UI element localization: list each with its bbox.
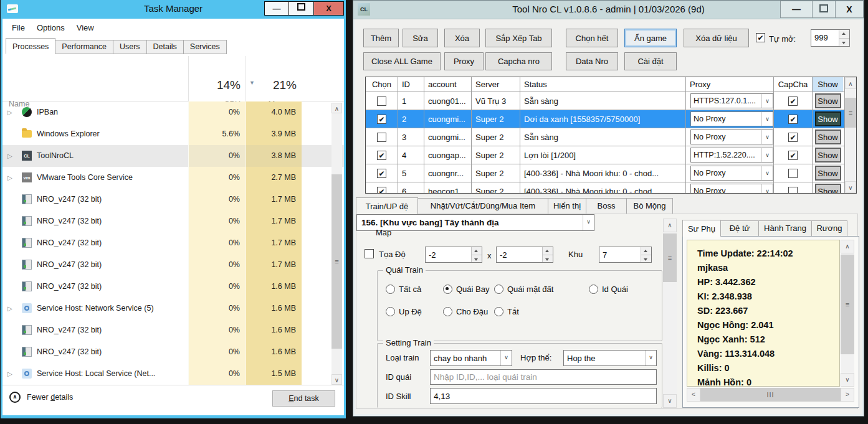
spinner-up-icon[interactable] xyxy=(839,30,849,39)
proxy-combobox[interactable]: No Proxy∨ xyxy=(690,111,773,126)
row-checkbox[interactable]: ✔ xyxy=(377,115,386,124)
close-button[interactable]: X xyxy=(313,1,344,16)
khu-value[interactable]: 7 xyxy=(599,247,641,262)
cpu-total-percent[interactable]: 14% xyxy=(188,78,241,92)
process-row[interactable]: NRO_v247 (32 bit)0%1.6 MB xyxy=(2,341,344,363)
menu-item-view[interactable]: View xyxy=(77,23,94,32)
minimize-button[interactable]: — xyxy=(264,1,289,16)
radio-id-quai[interactable]: Id Quái xyxy=(589,285,628,294)
table-row[interactable]: 1cuong01...Vũ Trụ 3Sẵn sàngHTTPS:127.0.1… xyxy=(366,92,856,110)
tool-titlebar[interactable]: CL Tool Nro CL v1.0.8.6 - admin | 01/03/… xyxy=(353,1,864,19)
radio-quai-mat-at[interactable]: Quái mặt đất xyxy=(494,285,553,294)
process-row[interactable]: NRO_v247 (32 bit)0%1.7 MB xyxy=(2,232,344,254)
minimize-button[interactable]: — xyxy=(780,1,813,18)
auto-open-value[interactable]: 999 xyxy=(811,30,839,46)
button-xoa[interactable]: Xóa xyxy=(444,29,480,47)
spinner-down-icon[interactable] xyxy=(472,255,482,263)
radio-icon[interactable] xyxy=(589,285,598,294)
tab-hanh-trang[interactable]: Hành Trang xyxy=(758,220,812,237)
table-row[interactable]: 3cuongmi...Super 2Sẵn sàngNo Proxy∨✔Show xyxy=(366,128,856,146)
scrollbar-thumb[interactable]: ≡ xyxy=(841,255,854,354)
show-button[interactable]: Show xyxy=(815,130,841,144)
capcha-checkbox[interactable]: ✔ xyxy=(788,115,798,124)
scroll-down-icon[interactable]: ∨ xyxy=(331,374,342,385)
show-button[interactable]: Show xyxy=(815,184,841,194)
tab-users[interactable]: Users xyxy=(113,40,147,54)
capcha-checkbox[interactable]: ✔ xyxy=(788,133,798,142)
tab-performance[interactable]: Performance xyxy=(55,40,113,54)
row-checkbox[interactable]: ✔ xyxy=(377,169,386,178)
stats-horizontal-scrollbar[interactable]: < III > xyxy=(687,388,854,402)
chevron-down-icon[interactable]: ∨ xyxy=(761,184,773,194)
process-row[interactable]: ▷IPBan0%4.0 MB xyxy=(2,101,344,123)
chevron-down-icon[interactable]: ∨ xyxy=(500,351,512,365)
column-header-capcha[interactable]: CapCha xyxy=(774,77,813,92)
process-row[interactable]: ▷CLToolNroCL0%3.8 MB xyxy=(2,145,344,167)
row-checkbox[interactable] xyxy=(377,97,386,106)
coord-x-spinner[interactable]: -2 xyxy=(425,247,482,263)
capcha-checkbox[interactable] xyxy=(788,187,798,194)
spinner-down-icon[interactable] xyxy=(641,255,651,263)
button-proxy[interactable]: Proxy xyxy=(444,52,484,70)
khu-spinner[interactable]: 7 xyxy=(599,247,652,263)
process-row[interactable]: ▷vmVMware Tools Core Service0%2.7 MB xyxy=(2,167,344,189)
scrollbar-thumb[interactable]: ≡ xyxy=(331,174,342,349)
show-button[interactable]: Show xyxy=(815,166,841,181)
scroll-left-icon[interactable]: < xyxy=(687,388,700,402)
tab-ruong[interactable]: Rương xyxy=(811,220,847,237)
scroll-up-icon[interactable]: ∧ xyxy=(663,219,677,232)
show-button[interactable]: Show xyxy=(815,111,841,126)
auto-open-checkbox[interactable]: ✔ xyxy=(756,33,765,42)
button-cai-at[interactable]: Cài đặt xyxy=(624,52,677,70)
column-header-server[interactable]: Server xyxy=(472,77,520,92)
tab-details[interactable]: Details xyxy=(146,40,184,54)
radio-quai-bay[interactable]: Quái Bay xyxy=(443,285,489,294)
tab-e-tu[interactable]: Đệ tử xyxy=(720,220,759,237)
toado-checkbox[interactable] xyxy=(365,249,374,258)
auto-open-spinner[interactable]: 999 xyxy=(811,29,850,47)
column-header-id[interactable]: ID xyxy=(398,77,424,92)
radio-icon[interactable] xyxy=(443,307,452,316)
menu-item-file[interactable]: File xyxy=(12,23,25,32)
scrollbar-thumb[interactable]: ≡ xyxy=(845,98,856,128)
accounts-table-scrollbar[interactable]: ∧ ≡ ∨ xyxy=(844,77,856,193)
spinner-down-icon[interactable] xyxy=(839,39,849,47)
id-skill-input[interactable] xyxy=(430,388,657,404)
process-row[interactable]: NRO_v247 (32 bit)0%1.6 MB xyxy=(2,276,344,298)
button-close-all-game[interactable]: Close ALL Game xyxy=(363,52,441,70)
menu-item-options[interactable]: Options xyxy=(37,23,65,32)
proxy-combobox[interactable]: No Proxy∨ xyxy=(690,184,773,194)
table-row[interactable]: ✔6heocon1Super 2[400-336] - Nhà Moori kh… xyxy=(366,182,856,194)
process-row[interactable]: NRO_v247 (32 bit)0%1.7 MB xyxy=(2,254,344,276)
train-panel-scrollbar[interactable]: ∧ ≡ ∨ xyxy=(663,219,677,408)
chevron-down-icon[interactable]: ∨ xyxy=(761,130,773,144)
radio-icon[interactable] xyxy=(494,307,503,316)
process-row[interactable]: NRO_v247 (32 bit)0%1.7 MB xyxy=(2,189,344,210)
end-task-button[interactable]: End task xyxy=(272,390,335,407)
radio-cho-au[interactable]: Cho Đậu xyxy=(443,307,488,316)
spinner-up-icon[interactable] xyxy=(543,247,553,255)
tab-processes[interactable]: Processes xyxy=(6,38,55,54)
tab-hien-thi[interactable]: Hiển thị xyxy=(548,198,586,214)
proxy-combobox[interactable]: HTTPS:127.0.1....∨ xyxy=(690,93,773,108)
table-row[interactable]: ✔2cuongmi...Super 2Dơi da xanh [1558357/… xyxy=(366,110,856,128)
show-button[interactable]: Show xyxy=(815,93,841,108)
chevron-down-icon[interactable]: ∨ xyxy=(583,215,594,230)
coord-y-spinner[interactable]: -2 xyxy=(496,247,553,263)
proxy-combobox[interactable]: HTTP:1.52.220....∨ xyxy=(690,148,773,163)
proxy-combobox[interactable]: No Proxy∨ xyxy=(690,130,773,144)
radio-icon[interactable] xyxy=(386,307,395,316)
button-xoa-du-lieu[interactable]: Xóa dữ liệu xyxy=(684,29,749,47)
chevron-down-icon[interactable]: ∨ xyxy=(761,166,773,180)
coord-y-value[interactable]: -2 xyxy=(497,247,542,262)
task-manager-titlebar[interactable]: Task Manager — X xyxy=(1,0,346,19)
process-row[interactable]: Windows Explorer5.6%3.9 MB xyxy=(2,123,344,145)
spinner-up-icon[interactable] xyxy=(641,247,651,255)
expander-icon[interactable]: ▷ xyxy=(7,298,12,319)
table-row[interactable]: ✔5cuongnr...Super 2[400-336] - Nhà Moori… xyxy=(366,164,856,182)
expander-icon[interactable]: ▷ xyxy=(7,101,12,123)
chevron-down-icon[interactable]: ∨ xyxy=(645,351,656,365)
column-header-proxy[interactable]: Proxy xyxy=(686,77,774,92)
proxy-combobox[interactable]: No Proxy∨ xyxy=(690,166,773,181)
scroll-up-icon[interactable]: ∧ xyxy=(841,240,854,253)
